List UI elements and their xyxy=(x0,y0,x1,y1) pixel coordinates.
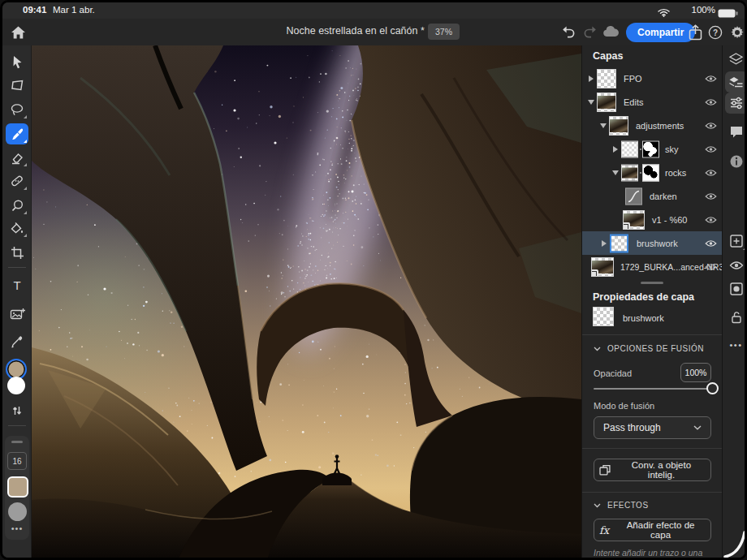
layer-name: v1 - %60 xyxy=(652,215,687,225)
smart-object-thumbnail[interactable] xyxy=(623,210,645,230)
layer-row-darken[interactable]: darken xyxy=(582,184,723,208)
move-tool[interactable] xyxy=(6,51,28,72)
transform-tool[interactable] xyxy=(6,75,28,96)
comments-button[interactable] xyxy=(725,121,747,142)
smart-object-thumbnail[interactable] xyxy=(591,257,614,277)
eye-icon[interactable] xyxy=(703,167,718,179)
layer-row-v1[interactable]: v1 - %60 xyxy=(582,208,723,231)
layers-detail-button[interactable] xyxy=(725,71,747,93)
brush-tool[interactable] xyxy=(6,123,28,144)
disclosure-icon[interactable] xyxy=(612,170,619,175)
document-title-menu[interactable]: Noche estrellada en el cañón * xyxy=(287,25,437,37)
blend-options-section-header[interactable]: OPCIONES DE FUSIÓN xyxy=(594,344,704,353)
effects-hint-text: Intente añadir un trazo o una xyxy=(594,548,715,558)
share-button[interactable]: Compartir xyxy=(626,23,695,42)
properties-layer-thumbnail xyxy=(593,307,614,326)
disclosure-icon[interactable] xyxy=(613,146,618,153)
curves-adjustment-thumbnail[interactable] xyxy=(625,187,642,205)
mask-icon xyxy=(729,282,744,296)
eraser-tool[interactable] xyxy=(6,147,28,168)
layer-thumbnail[interactable] xyxy=(621,140,638,157)
layer-row-adjustments[interactable]: adjustments xyxy=(582,114,723,137)
layer-row-fpo[interactable]: FPO xyxy=(582,67,723,90)
eye-icon[interactable] xyxy=(703,238,718,249)
background-color-well[interactable] xyxy=(7,377,25,394)
crop-icon xyxy=(11,246,24,260)
healing-tool[interactable] xyxy=(6,170,28,192)
slider-track[interactable] xyxy=(594,388,712,390)
canyon-night-photo xyxy=(32,45,581,560)
add-layer-button[interactable] xyxy=(725,230,747,252)
disclosure-icon[interactable] xyxy=(588,100,594,105)
eye-icon[interactable] xyxy=(703,191,718,202)
layer-row-edits[interactable]: Edits xyxy=(582,90,723,114)
more-layer-options-button[interactable]: ••• xyxy=(725,334,747,355)
eye-icon[interactable] xyxy=(703,214,718,226)
export-icon[interactable] xyxy=(687,24,703,41)
layer-thumbnail[interactable] xyxy=(597,69,616,88)
brush-color-swatch[interactable] xyxy=(7,476,28,498)
disclosure-icon[interactable] xyxy=(589,75,594,82)
eye-icon xyxy=(729,261,744,270)
layer-row-brushwork-selected[interactable]: brushwork xyxy=(582,231,723,255)
opacity-value-field[interactable]: 100% xyxy=(680,363,711,382)
add-layer-effect-button[interactable]: fx Añadir efecto de capa xyxy=(594,519,711,541)
layer-thumbnail[interactable] xyxy=(609,116,628,136)
mask-link-dot xyxy=(640,149,641,150)
brush-hardness-control[interactable] xyxy=(8,502,27,521)
home-button[interactable] xyxy=(9,24,27,41)
layer-visibility-button[interactable] xyxy=(725,255,747,276)
disclosure-icon[interactable] xyxy=(600,123,607,128)
smart-object-badge xyxy=(623,222,630,230)
more-options-button[interactable]: ••• xyxy=(5,523,29,533)
layer-thumbnail[interactable] xyxy=(621,164,638,181)
eyedropper-tool[interactable] xyxy=(6,331,28,352)
opacity-label: Opacidad xyxy=(594,368,632,378)
panel-resize-handle[interactable] xyxy=(641,282,663,284)
divider xyxy=(582,334,723,335)
properties-sliders-button[interactable] xyxy=(725,93,747,114)
cloud-sync-icon xyxy=(602,26,620,41)
settings-gear-icon[interactable] xyxy=(728,24,746,41)
magnifier-tool[interactable] xyxy=(6,195,28,216)
eye-icon[interactable] xyxy=(703,120,718,131)
eye-icon[interactable] xyxy=(703,97,718,108)
layer-row-1729[interactable]: 1729_BURKA...anced-NR33 xyxy=(582,255,723,278)
layer-mask-thumbnail[interactable] xyxy=(642,164,659,181)
layers-stack-button[interactable] xyxy=(725,49,747,70)
info-button[interactable] xyxy=(725,151,747,172)
disclosure-icon[interactable] xyxy=(602,240,607,247)
document-canvas[interactable] xyxy=(32,45,581,560)
fill-tool[interactable] xyxy=(6,218,28,239)
lasso-select-tool[interactable] xyxy=(6,99,28,120)
undo-button[interactable] xyxy=(560,24,576,39)
eye-icon[interactable] xyxy=(703,144,718,155)
layer-mask-button[interactable] xyxy=(725,278,747,299)
flyout-indicator xyxy=(24,140,27,143)
slider-handle[interactable] xyxy=(706,382,719,394)
effects-section-header[interactable]: EFECTOS xyxy=(594,501,649,510)
swap-colors-button[interactable] xyxy=(6,400,28,421)
layer-thumbnail[interactable] xyxy=(597,93,616,112)
eye-icon[interactable] xyxy=(703,261,718,273)
lock-layer-button[interactable] xyxy=(725,306,747,327)
opacity-slider[interactable] xyxy=(594,382,712,395)
redo-button[interactable] xyxy=(582,24,598,39)
help-button[interactable]: ? xyxy=(707,24,723,41)
layer-thumbnail[interactable] xyxy=(610,234,628,252)
layers-panel-title: Capas xyxy=(593,50,624,62)
place-image-tool[interactable] xyxy=(6,304,28,325)
layer-row-sky[interactable]: sky xyxy=(582,137,723,161)
bandage-icon xyxy=(10,174,24,188)
crop-tool[interactable] xyxy=(6,242,28,263)
zoom-level-badge[interactable]: 37% xyxy=(428,24,460,40)
eye-icon[interactable] xyxy=(703,73,718,84)
layer-mask-thumbnail[interactable] xyxy=(642,140,659,157)
blend-mode-dropdown[interactable]: Pass through xyxy=(594,416,711,439)
panel-drag-handle[interactable] xyxy=(11,441,23,443)
brush-size-field[interactable]: 16 xyxy=(7,452,27,470)
place-image-icon xyxy=(10,308,25,321)
type-tool[interactable]: T xyxy=(6,274,28,295)
layer-row-rocks[interactable]: rocks xyxy=(582,161,723,184)
convert-smart-object-button[interactable]: Conv. a objeto intelig. xyxy=(594,459,711,481)
